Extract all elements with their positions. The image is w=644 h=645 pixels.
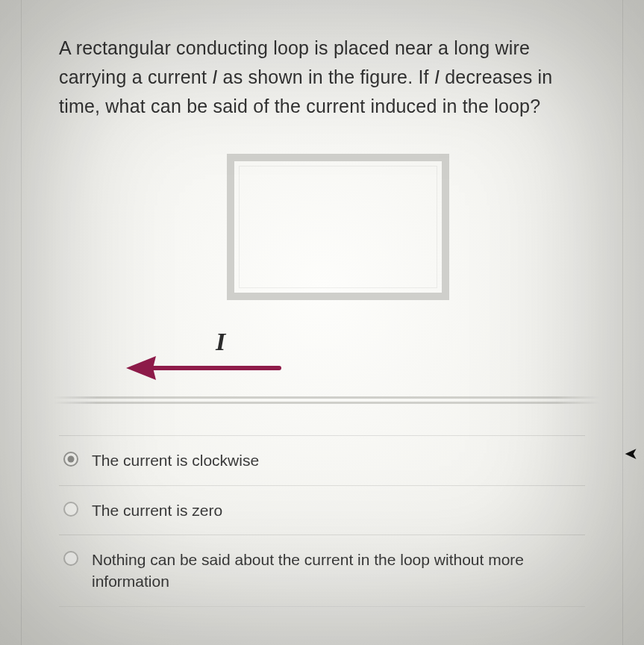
figure: I bbox=[59, 150, 585, 419]
question-current-symbol-2: I bbox=[434, 66, 440, 87]
question-part-2: as shown in the figure. If bbox=[217, 66, 434, 87]
option-zero[interactable]: The current is zero bbox=[59, 485, 585, 535]
option-nothing[interactable]: Nothing can be said about the current in… bbox=[59, 535, 585, 607]
cursor-icon: ➤ bbox=[625, 444, 638, 464]
conducting-loop bbox=[227, 154, 449, 300]
radio-icon[interactable] bbox=[63, 551, 78, 566]
question-card: A rectangular conducting loop is placed … bbox=[21, 0, 623, 645]
current-label: I bbox=[216, 328, 225, 356]
option-clockwise[interactable]: The current is clockwise bbox=[59, 435, 585, 484]
option-label: The current is clockwise bbox=[92, 449, 259, 471]
svg-marker-1 bbox=[126, 356, 156, 380]
current-arrow: I bbox=[126, 332, 290, 384]
radio-selected-icon[interactable] bbox=[63, 452, 78, 467]
conducting-loop-inner bbox=[239, 166, 437, 288]
radio-icon[interactable] bbox=[63, 502, 78, 517]
long-wire bbox=[53, 396, 600, 405]
question-text: A rectangular conducting loop is placed … bbox=[59, 34, 585, 120]
answer-options: The current is clockwise The current is … bbox=[59, 435, 585, 607]
option-label: The current is zero bbox=[92, 499, 222, 521]
arrow-left-icon bbox=[126, 353, 283, 383]
option-label: Nothing can be said about the current in… bbox=[92, 549, 581, 593]
